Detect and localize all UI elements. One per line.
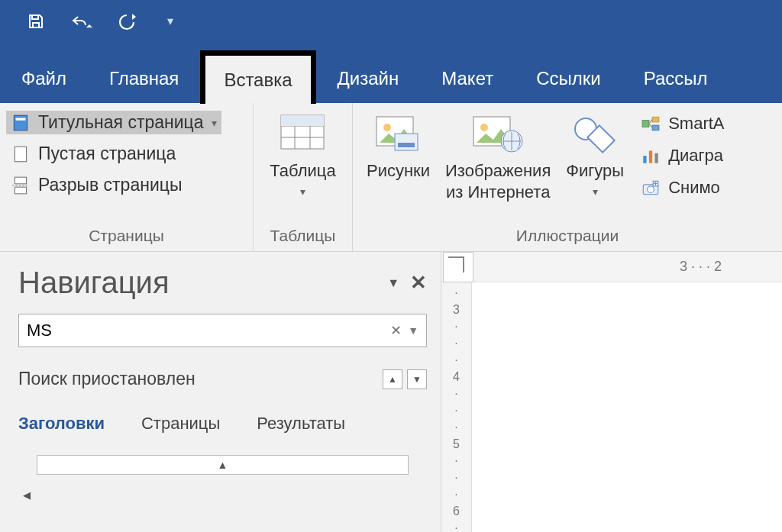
svg-point-17: [480, 124, 488, 131]
shapes-button[interactable]: Фигуры ▾: [558, 108, 632, 224]
pictures-button[interactable]: Рисунки: [359, 108, 438, 224]
blank-page-button[interactable]: Пустая страница: [6, 142, 221, 166]
chevron-down-icon: ▾: [593, 185, 598, 198]
page-break-button[interactable]: Разрыв страницы: [6, 173, 221, 197]
screenshot-button[interactable]: Снимо: [636, 176, 729, 199]
chart-button[interactable]: Диагра: [636, 144, 729, 167]
table-label: Таблица: [270, 161, 335, 181]
search-box[interactable]: ✕ ▼: [18, 314, 427, 347]
tab-references[interactable]: Ссылки: [515, 54, 622, 103]
online-pictures-label-1: Изображения: [445, 161, 551, 181]
svg-rect-14: [395, 134, 418, 150]
table-button[interactable]: Таблица ▾: [262, 108, 343, 224]
svg-rect-0: [14, 115, 27, 131]
navigation-title: Навигация: [18, 266, 170, 300]
document-page[interactable]: [472, 282, 782, 532]
group-illustrations: Рисунки Изображения из Интернета Фигуры …: [353, 103, 782, 251]
qat-customize-icon[interactable]: ▾: [167, 14, 173, 28]
save-button[interactable]: [27, 12, 45, 31]
result-stepper: ▲ ▼: [383, 369, 427, 389]
group-pages: Титульная страница ▾ Пустая страница Раз…: [0, 103, 254, 251]
nav-tabs: Заголовки Страницы Результаты: [18, 414, 427, 434]
tab-layout[interactable]: Макет: [420, 54, 515, 103]
vertical-ruler[interactable]: · 3 · · · 4 · · · 5 · · · 6 ·: [441, 282, 472, 532]
undo-button[interactable]: [68, 12, 94, 31]
heading-item[interactable]: ◂: [18, 485, 427, 504]
ribbon-tabs: Файл Главная Вставка Дизайн Макет Ссылки…: [0, 42, 782, 103]
svg-rect-1: [16, 118, 26, 120]
svg-point-30: [648, 186, 654, 193]
tab-insert[interactable]: Вставка: [200, 50, 315, 104]
group-illustrations-label: Иллюстрации: [359, 224, 776, 250]
tab-design[interactable]: Дизайн: [316, 54, 421, 103]
page-break-label: Разрыв страницы: [38, 175, 182, 195]
svg-rect-11: [281, 115, 324, 126]
blank-page-label: Пустая страница: [38, 143, 176, 164]
svg-point-13: [383, 124, 391, 131]
svg-rect-22: [652, 117, 659, 122]
smartart-label: SmartA: [668, 114, 724, 134]
redo-button[interactable]: [117, 12, 137, 31]
svg-rect-4: [15, 187, 26, 194]
shapes-label: Фигуры: [566, 161, 624, 181]
group-pages-label: Страницы: [6, 224, 247, 250]
online-pictures-label-2: из Интернета: [446, 182, 550, 202]
chevron-left-icon: ◂: [23, 485, 31, 504]
nav-tab-results[interactable]: Результаты: [257, 414, 345, 434]
tab-home[interactable]: Главная: [88, 54, 200, 103]
search-input[interactable]: [19, 314, 384, 347]
nav-tab-headings[interactable]: Заголовки: [18, 414, 105, 434]
search-options-icon[interactable]: ▼: [408, 324, 426, 337]
navigation-pane: Навигация ▼ ✕ ✕ ▼ Поиск приостановлен ▲ …: [0, 252, 441, 532]
document-area: 3 · · · 2 · 3 · · · 4 · · · 5 · · · 6 ·: [441, 252, 782, 532]
svg-rect-27: [649, 151, 652, 163]
svg-rect-21: [642, 121, 649, 127]
chevron-down-icon: ▾: [212, 117, 217, 129]
nav-options-icon[interactable]: ▼: [387, 276, 399, 290]
ribbon: Титульная страница ▾ Пустая страница Раз…: [0, 103, 782, 252]
svg-rect-23: [652, 125, 659, 131]
next-result-button[interactable]: ▼: [407, 369, 427, 389]
nav-tab-pages[interactable]: Страницы: [141, 414, 220, 434]
search-status: Поиск приостановлен: [18, 369, 196, 389]
screenshot-label: Снимо: [668, 178, 720, 198]
chart-label: Диагра: [668, 146, 723, 166]
horizontal-ruler[interactable]: 3 · · · 2: [441, 252, 782, 282]
group-tables-label: Таблицы: [260, 224, 346, 250]
group-tables: Таблица ▾ Таблицы: [254, 103, 353, 251]
pictures-label: Рисунки: [367, 161, 430, 181]
tab-file[interactable]: Файл: [0, 54, 88, 103]
svg-rect-15: [398, 143, 415, 147]
svg-line-25: [649, 124, 652, 127]
prev-result-button[interactable]: ▲: [383, 369, 402, 389]
svg-rect-26: [643, 156, 646, 163]
svg-rect-28: [655, 153, 658, 163]
tab-mailings[interactable]: Рассыл: [622, 54, 729, 103]
close-icon[interactable]: ✕: [410, 271, 427, 295]
clear-search-icon[interactable]: ✕: [384, 322, 408, 339]
svg-rect-2: [15, 147, 26, 162]
chevron-down-icon: ▾: [300, 185, 305, 198]
svg-line-24: [649, 120, 652, 124]
smartart-button[interactable]: SmartA: [636, 112, 729, 135]
ruler-corner: [443, 252, 473, 282]
collapse-bar[interactable]: ▲: [37, 455, 409, 475]
cover-page-button[interactable]: Титульная страница ▾: [6, 111, 221, 134]
online-pictures-button[interactable]: Изображения из Интернета: [438, 108, 558, 224]
workspace: Навигация ▼ ✕ ✕ ▼ Поиск приостановлен ▲ …: [0, 252, 782, 532]
cover-page-label: Титульная страница: [38, 112, 204, 133]
svg-rect-3: [15, 177, 26, 184]
quick-access-toolbar: ▾: [0, 0, 782, 42]
hruler-scale: 3 · · · 2: [473, 252, 782, 282]
